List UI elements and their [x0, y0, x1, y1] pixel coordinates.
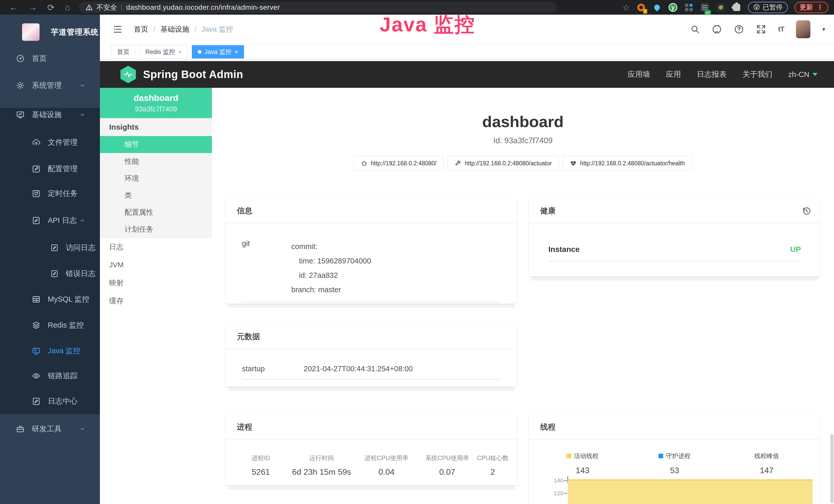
extension-icon-switch[interactable]: on	[700, 3, 709, 12]
breadcrumb-infrastructure[interactable]: 基础设施	[160, 24, 189, 34]
sidebar-item-api-log[interactable]: API 日志	[0, 207, 100, 234]
extension-icon-grid[interactable]	[684, 3, 694, 12]
doc-edit-icon	[32, 216, 41, 225]
sba-nav-wallboard[interactable]: 应用墙	[628, 69, 650, 79]
sidebar-item-infrastructure[interactable]: 基础设施	[0, 101, 100, 128]
sba-item-caches[interactable]: 缓存	[100, 292, 212, 310]
app-logo-avatar	[22, 23, 40, 41]
history-icon[interactable]	[802, 206, 811, 216]
scrollbar-thumb[interactable]	[830, 434, 833, 503]
fullscreen-icon[interactable]	[756, 24, 766, 35]
sidebar-item-home[interactable]: 首页	[0, 45, 100, 72]
sba-item-classes[interactable]: 类	[100, 187, 212, 204]
sidebar-item-label: 链路追踪	[48, 371, 78, 381]
locale-selector[interactable]: zh-CN	[788, 70, 817, 79]
search-icon[interactable]	[690, 24, 700, 34]
sidebar-logo[interactable]: 芋道管理系统	[0, 19, 100, 45]
sba-item-logs[interactable]: 日志	[100, 238, 212, 256]
sba-item-jvm[interactable]: JVM	[100, 256, 212, 274]
font-size-icon[interactable]: tT	[778, 25, 784, 33]
legend-square-daemon-icon	[659, 454, 663, 458]
sidebar-item-label: 错误日志	[66, 269, 95, 279]
sba-item-mappings[interactable]: 映射	[100, 274, 212, 292]
sidebar-item-label: 定时任务	[48, 188, 78, 199]
axis-tick	[564, 493, 567, 494]
extension-icon-orange[interactable]: 1	[636, 3, 646, 12]
navbar-actions: tT ▾	[690, 20, 834, 38]
browser-home-icon[interactable]: ⌂	[65, 2, 70, 12]
sidebar-item-label: 访问日志	[66, 243, 95, 253]
legend-square-live-icon	[567, 454, 571, 458]
tab-label: Java 监控	[204, 48, 232, 56]
legend-daemon-threads: 守护进程	[666, 452, 690, 460]
sidebar-item-dev-tools[interactable]: 研发工具	[0, 416, 100, 442]
insights-group: Insights 细节 性能 环境 类 配置属性 计划任务	[100, 118, 212, 238]
axis-tick	[564, 480, 567, 481]
breadcrumb-home[interactable]: 首页	[134, 24, 148, 34]
health-card: 健康 Instance UP	[529, 199, 820, 276]
health-instance-row: Instance UP	[529, 223, 820, 254]
extension-icon-y[interactable]: y	[668, 3, 678, 12]
browser-forward-icon[interactable]: →	[28, 2, 37, 12]
live-threads-area	[568, 479, 813, 504]
sba-nav-journal[interactable]: 日志报表	[697, 69, 727, 79]
close-icon[interactable]: ×	[178, 48, 182, 55]
paused-pill[interactable]: 😲 已暂停	[748, 2, 788, 13]
tab-home[interactable]: 首页	[111, 45, 135, 59]
chevron-up-icon	[79, 217, 86, 224]
browser-back-icon[interactable]: ←	[9, 2, 18, 12]
close-icon[interactable]: ×	[235, 48, 238, 55]
extension-icon-leaf[interactable]	[716, 3, 725, 12]
browser-actions: ☆ 1 y on 😲 已暂停 更新 ⋮	[622, 2, 834, 13]
sidebar-item-config-management[interactable]: 配置管理	[0, 156, 100, 182]
sba-nav-applications[interactable]: 应用	[666, 69, 681, 79]
row-divider	[242, 379, 501, 380]
page-title: dashboard	[212, 112, 834, 131]
sidebar-item-error-log[interactable]: 错误日志	[0, 260, 100, 287]
sidebar-item-access-log[interactable]: 访问日志	[0, 234, 100, 261]
info-value-lines: commit: time: 1596289704000 id: 27aa832 …	[291, 239, 371, 297]
breadcrumb-separator: /	[194, 25, 197, 33]
pin-icon	[653, 3, 661, 11]
sba-brand-title: Spring Boot Admin	[143, 68, 243, 81]
sidebar-item-tracing[interactable]: 链路追踪	[0, 363, 100, 389]
sidebar-item-system[interactable]: 系统管理	[0, 72, 100, 99]
sidebar-item-java-monitor[interactable]: Java 监控	[0, 338, 100, 364]
sidebar-item-file-management[interactable]: 文件管理	[0, 129, 100, 156]
user-avatar[interactable]	[796, 20, 810, 38]
sidebar-item-redis-monitor[interactable]: Redis 监控	[0, 312, 100, 339]
sba-item-environment[interactable]: 环境	[100, 170, 212, 187]
service-url-button[interactable]: http://192.168.0.2:48080/	[354, 156, 444, 171]
row-divider	[548, 261, 801, 261]
address-bar[interactable]: 不安全 | dashboard.yudao.iocoder.cn/infra/a…	[79, 2, 556, 13]
sidebar-item-label: MySQL 监控	[48, 294, 89, 304]
chevron-down-icon	[79, 83, 86, 89]
bookmark-star-icon[interactable]: ☆	[622, 3, 630, 12]
sidebar-item-log-center[interactable]: 日志中心	[0, 388, 100, 415]
sidebar-item-scheduled-jobs[interactable]: 定时任务	[0, 180, 100, 207]
col-system-cpu: 系统CPU使用率	[418, 454, 476, 462]
github-icon[interactable]	[712, 24, 722, 35]
annotation-text: Java 监控	[380, 11, 475, 38]
sidebar-item-mysql-monitor[interactable]: MySQL 监控	[0, 286, 100, 313]
sba-item-config-props[interactable]: 配置属性	[100, 204, 212, 221]
tab-redis-monitor[interactable]: Redis 监控 ×	[139, 45, 188, 59]
sba-item-metrics[interactable]: 性能	[100, 153, 212, 170]
extensions-puzzle-icon[interactable]	[732, 3, 741, 12]
extension-icon-pin[interactable]	[652, 3, 662, 12]
y-circle-icon: y	[668, 3, 677, 12]
actuator-url-button[interactable]: http://192.168.0.2:48080/actuator	[447, 156, 559, 171]
sba-item-scheduled-tasks[interactable]: 计划任务	[100, 221, 212, 238]
update-button[interactable]: 更新 ⋮	[794, 2, 828, 13]
health-url-button[interactable]: http://192.168.0.2:48080/actuator/health	[563, 156, 692, 171]
help-icon[interactable]	[734, 24, 744, 35]
breadcrumb-separator: /	[153, 25, 155, 33]
value-live-threads: 143	[536, 466, 629, 475]
instance-header[interactable]: dashboard 93a3fc7f7409	[100, 88, 212, 118]
browser-reload-icon[interactable]: ⟳	[47, 2, 55, 13]
sba-nav-about[interactable]: 关于我们	[743, 69, 772, 79]
sba-item-details[interactable]: 细节	[100, 136, 212, 153]
extension-count-badge: 1	[643, 9, 647, 14]
tab-java-monitor[interactable]: Java 监控 ×	[192, 45, 244, 59]
hamburger-icon[interactable]	[112, 24, 123, 35]
